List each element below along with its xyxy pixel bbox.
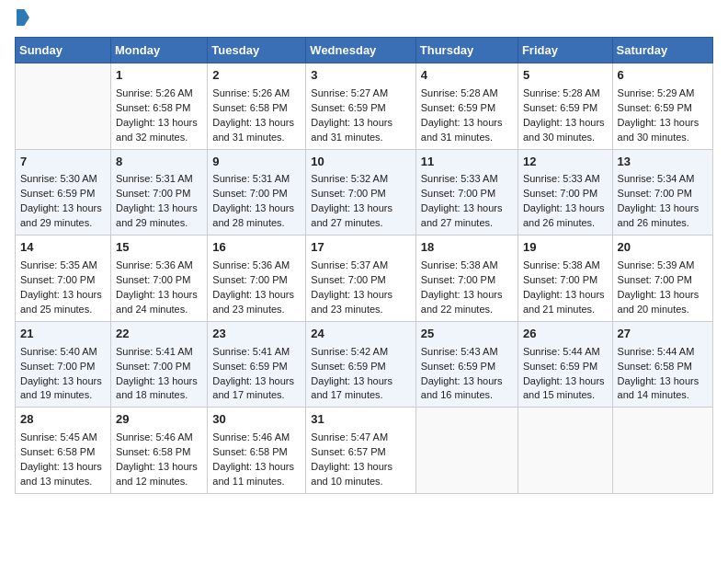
calendar-header: SundayMondayTuesdayWednesdayThursdayFrid… (16, 38, 713, 63)
day-number: 19 (523, 239, 608, 257)
calendar-cell: 13Sunrise: 5:34 AMSunset: 7:00 PMDayligh… (612, 149, 712, 236)
sunrise-time: Sunrise: 5:38 AM (421, 259, 513, 273)
daylight-hours: Daylight: 13 hours and 24 minutes. (116, 288, 202, 317)
day-number: 22 (116, 326, 202, 343)
sunset-time: Sunset: 7:00 PM (311, 273, 410, 288)
day-number: 8 (116, 154, 202, 171)
sunrise-time: Sunrise: 5:41 AM (212, 345, 301, 360)
daylight-hours: Daylight: 13 hours and 28 minutes. (212, 201, 301, 231)
sunset-time: Sunset: 6:59 PM (421, 360, 513, 374)
day-number: 21 (20, 326, 106, 343)
calendar-cell: 28Sunrise: 5:45 AMSunset: 6:58 PMDayligh… (16, 408, 111, 494)
daylight-hours: Daylight: 13 hours and 29 minutes. (116, 201, 202, 231)
sunset-time: Sunset: 7:00 PM (421, 273, 513, 288)
sunrise-time: Sunrise: 5:26 AM (116, 86, 202, 101)
calendar-cell: 24Sunrise: 5:42 AMSunset: 6:59 PMDayligh… (306, 321, 415, 408)
daylight-hours: Daylight: 13 hours and 14 minutes. (618, 374, 708, 404)
daylight-hours: Daylight: 13 hours and 22 minutes. (421, 288, 513, 317)
sunset-time: Sunset: 6:59 PM (523, 101, 608, 116)
calendar-cell: 4Sunrise: 5:28 AMSunset: 6:59 PMDaylight… (415, 63, 518, 150)
sunset-time: Sunset: 7:00 PM (311, 187, 410, 201)
sunset-time: Sunset: 6:58 PM (20, 445, 106, 460)
calendar-cell: 29Sunrise: 5:46 AMSunset: 6:58 PMDayligh… (111, 408, 208, 494)
sunset-time: Sunset: 7:00 PM (618, 187, 708, 201)
day-number: 25 (421, 326, 513, 343)
sunrise-time: Sunrise: 5:26 AM (212, 86, 301, 101)
daylight-hours: Daylight: 13 hours and 26 minutes. (523, 201, 608, 231)
daylight-hours: Daylight: 13 hours and 29 minutes. (20, 201, 106, 231)
calendar-cell: 23Sunrise: 5:41 AMSunset: 6:59 PMDayligh… (208, 321, 306, 408)
day-number: 10 (311, 154, 410, 171)
sunset-time: Sunset: 6:58 PM (116, 101, 202, 116)
calendar-cell: 26Sunrise: 5:44 AMSunset: 6:59 PMDayligh… (518, 321, 612, 408)
calendar-cell: 9Sunrise: 5:31 AMSunset: 7:00 PMDaylight… (208, 149, 306, 236)
week-row-2: 7Sunrise: 5:30 AMSunset: 6:59 PMDaylight… (16, 149, 713, 236)
sunset-time: Sunset: 7:00 PM (116, 273, 202, 288)
daylight-hours: Daylight: 13 hours and 19 minutes. (20, 374, 106, 404)
day-number: 18 (421, 239, 513, 257)
sunrise-time: Sunrise: 5:28 AM (421, 86, 513, 101)
header-wednesday: Wednesday (306, 38, 415, 63)
page-header (15, 15, 713, 26)
day-number: 17 (311, 239, 410, 257)
sunset-time: Sunset: 6:58 PM (212, 445, 301, 460)
sunset-time: Sunset: 6:59 PM (212, 360, 301, 374)
day-number: 2 (212, 67, 301, 85)
sunrise-time: Sunrise: 5:27 AM (311, 86, 410, 101)
header-monday: Monday (111, 38, 208, 63)
daylight-hours: Daylight: 13 hours and 23 minutes. (311, 288, 410, 317)
calendar-cell: 22Sunrise: 5:41 AMSunset: 7:00 PMDayligh… (111, 321, 208, 408)
sunset-time: Sunset: 7:00 PM (20, 273, 106, 288)
week-row-5: 28Sunrise: 5:45 AMSunset: 6:58 PMDayligh… (16, 408, 713, 494)
sunset-time: Sunset: 7:00 PM (116, 360, 202, 374)
sunrise-time: Sunrise: 5:43 AM (421, 345, 513, 360)
calendar-cell: 30Sunrise: 5:46 AMSunset: 6:58 PMDayligh… (208, 408, 306, 494)
calendar-cell: 5Sunrise: 5:28 AMSunset: 6:59 PMDaylight… (518, 63, 612, 150)
daylight-hours: Daylight: 13 hours and 31 minutes. (311, 116, 410, 145)
calendar-cell (415, 408, 518, 494)
sunset-time: Sunset: 6:58 PM (618, 360, 708, 374)
daylight-hours: Daylight: 13 hours and 25 minutes. (20, 288, 106, 317)
day-number: 26 (523, 326, 608, 343)
sunrise-time: Sunrise: 5:39 AM (618, 259, 708, 273)
sunset-time: Sunset: 7:00 PM (20, 360, 106, 374)
sunset-time: Sunset: 6:57 PM (311, 445, 410, 460)
calendar-cell: 18Sunrise: 5:38 AMSunset: 7:00 PMDayligh… (415, 236, 518, 322)
day-number: 16 (212, 239, 301, 257)
sunrise-time: Sunrise: 5:40 AM (20, 345, 106, 360)
day-number: 30 (212, 411, 301, 429)
day-number: 9 (212, 154, 301, 171)
daylight-hours: Daylight: 13 hours and 15 minutes. (523, 374, 608, 404)
sunset-time: Sunset: 7:00 PM (523, 273, 608, 288)
daylight-hours: Daylight: 13 hours and 30 minutes. (523, 116, 608, 145)
calendar-cell: 20Sunrise: 5:39 AMSunset: 7:00 PMDayligh… (612, 236, 712, 322)
header-tuesday: Tuesday (208, 38, 306, 63)
calendar-cell: 12Sunrise: 5:33 AMSunset: 7:00 PMDayligh… (518, 149, 612, 236)
sunrise-time: Sunrise: 5:36 AM (116, 259, 202, 273)
sunrise-time: Sunrise: 5:44 AM (523, 345, 608, 360)
sunrise-time: Sunrise: 5:42 AM (311, 345, 410, 360)
sunrise-time: Sunrise: 5:33 AM (523, 172, 608, 187)
daylight-hours: Daylight: 13 hours and 21 minutes. (523, 288, 608, 317)
sunset-time: Sunset: 7:00 PM (523, 187, 608, 201)
daylight-hours: Daylight: 13 hours and 27 minutes. (421, 201, 513, 231)
calendar-cell: 16Sunrise: 5:36 AMSunset: 7:00 PMDayligh… (208, 236, 306, 322)
day-number: 15 (116, 239, 202, 257)
sunrise-time: Sunrise: 5:47 AM (311, 431, 410, 445)
calendar-cell (16, 63, 111, 150)
daylight-hours: Daylight: 13 hours and 31 minutes. (212, 116, 301, 145)
sunrise-time: Sunrise: 5:30 AM (20, 172, 106, 187)
day-number: 13 (618, 154, 708, 171)
daylight-hours: Daylight: 13 hours and 32 minutes. (116, 116, 202, 145)
logo (15, 15, 29, 26)
day-number: 14 (20, 239, 106, 257)
calendar-cell (518, 408, 612, 494)
sunset-time: Sunset: 7:00 PM (618, 273, 708, 288)
calendar-cell: 11Sunrise: 5:33 AMSunset: 7:00 PMDayligh… (415, 149, 518, 236)
calendar-cell: 1Sunrise: 5:26 AMSunset: 6:58 PMDaylight… (111, 63, 208, 150)
day-number: 28 (20, 411, 106, 429)
day-number: 5 (523, 67, 608, 85)
calendar-cell: 14Sunrise: 5:35 AMSunset: 7:00 PMDayligh… (16, 236, 111, 322)
sunset-time: Sunset: 6:59 PM (20, 187, 106, 201)
daylight-hours: Daylight: 13 hours and 27 minutes. (311, 201, 410, 231)
